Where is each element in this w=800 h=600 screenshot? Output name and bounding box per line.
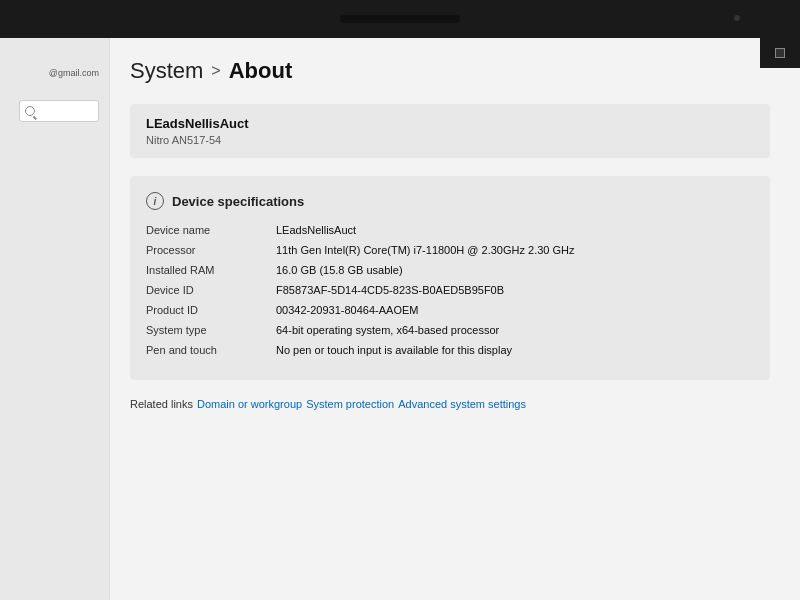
spec-value: F85873AF-5D14-4CD5-823S-B0AED5B95F0B [276, 284, 754, 296]
window-controls [760, 38, 800, 68]
spec-row: Pen and touch No pen or touch input is a… [146, 344, 754, 356]
spec-label: Installed RAM [146, 264, 276, 276]
spec-value: 64-bit operating system, x64-based proce… [276, 324, 754, 336]
specs-header: i Device specifications [146, 192, 754, 210]
spec-label: Processor [146, 244, 276, 256]
spec-value: No pen or touch input is available for t… [276, 344, 754, 356]
spec-row: Device ID F85873AF-5D14-4CD5-823S-B0AED5… [146, 284, 754, 296]
spec-row: Processor 11th Gen Intel(R) Core(TM) i7-… [146, 244, 754, 256]
spec-row: Product ID 00342-20931-80464-AAOEM [146, 304, 754, 316]
device-hostname: LEadsNellisAuct [146, 116, 754, 131]
spec-label: Device ID [146, 284, 276, 296]
sidebar: @gmail.com [0, 38, 110, 600]
spec-row: Installed RAM 16.0 GB (15.8 GB usable) [146, 264, 754, 276]
device-name-card: LEadsNellisAuct Nitro AN517-54 [130, 104, 770, 158]
spec-label: Device name [146, 224, 276, 236]
spec-label: Product ID [146, 304, 276, 316]
related-links-label: Related links [130, 398, 193, 410]
top-bezel [0, 0, 800, 38]
info-icon: i [146, 192, 164, 210]
breadcrumb-about: About [229, 58, 293, 84]
spec-value: LEadsNellisAuct [276, 224, 754, 236]
breadcrumb-system: System [130, 58, 203, 84]
device-specs-section: i Device specifications Device name LEad… [130, 176, 770, 380]
spec-value: 00342-20931-80464-AAOEM [276, 304, 754, 316]
main-content: System > About LEadsNellisAuct Nitro AN5… [110, 38, 800, 600]
search-icon [25, 106, 35, 116]
link-advanced-settings[interactable]: Advanced system settings [398, 398, 526, 410]
link-domain-workgroup[interactable]: Domain or workgroup [197, 398, 302, 410]
related-links: Related links Domain or workgroup System… [130, 398, 770, 410]
breadcrumb-chevron: > [211, 62, 220, 80]
device-model: Nitro AN517-54 [146, 134, 754, 146]
specs-section-title: Device specifications [172, 194, 304, 209]
link-system-protection[interactable]: System protection [306, 398, 394, 410]
breadcrumb: System > About [130, 58, 770, 84]
spec-label: Pen and touch [146, 344, 276, 356]
window-button[interactable] [775, 48, 785, 58]
spec-value: 11th Gen Intel(R) Core(TM) i7-11800H @ 2… [276, 244, 754, 256]
search-box[interactable] [19, 100, 99, 122]
spec-row: System type 64-bit operating system, x64… [146, 324, 754, 336]
sidebar-email: @gmail.com [49, 68, 99, 80]
spec-rows-container: Device name LEadsNellisAuct Processor 11… [146, 224, 754, 356]
spec-value: 16.0 GB (15.8 GB usable) [276, 264, 754, 276]
screen: @gmail.com System > About LEadsNellisAuc… [0, 38, 800, 600]
bezel-decoration [340, 15, 460, 23]
camera-indicator [734, 15, 740, 21]
spec-label: System type [146, 324, 276, 336]
spec-row: Device name LEadsNellisAuct [146, 224, 754, 236]
